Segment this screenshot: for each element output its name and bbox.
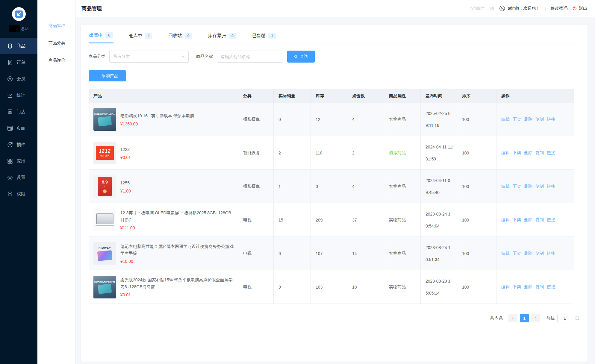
category-select[interactable]: 所有分类 [109,51,189,63]
submenu-item-1[interactable]: 商品分类 [37,34,75,52]
sidebar-item-members[interactable]: 会员 [0,71,37,87]
welcome-text: admin，欢迎您！ [508,6,540,11]
row-action-2[interactable]: 删除 [524,284,532,290]
plus-icon: + [96,73,99,78]
next-page-button[interactable] [531,314,540,322]
column-header-7: 排序 [457,89,496,103]
row-action-3[interactable]: 复制 [535,117,544,122]
row-action-4[interactable]: 链接 [547,150,555,156]
orders-icon [7,59,13,66]
tab-1[interactable]: 仓库中1 [128,30,153,43]
sidebar-item-stores[interactable]: 门店 [0,104,37,120]
add-product-button[interactable]: + 添加产品 [89,70,126,81]
row-action-1[interactable]: 下架 [513,150,521,156]
sidebar-item-stats[interactable]: 统计 [0,87,37,104]
tab-0[interactable]: 出售中6 [89,30,113,43]
table-body: HUAIWEN Pad Pro暗影精灵10 16.1英寸游戏本 笔记本电脑¥13… [89,103,574,304]
search-button[interactable]: 查询 [287,51,315,63]
row-action-1[interactable]: 下架 [513,284,521,290]
members-icon [7,76,13,82]
stock-cell: 107 [311,237,347,270]
submenu-item-2[interactable]: 商品评价 [37,52,75,69]
row-action-3[interactable]: 复制 [535,284,544,290]
row-action-1[interactable]: 下架 [513,217,521,223]
logout-button[interactable]: 退出 [572,6,587,11]
row-action-4[interactable]: 链接 [547,184,555,189]
page-number-current[interactable]: 1 [520,314,529,322]
goto-page-input[interactable] [557,314,572,322]
row-action-3[interactable]: 复制 [535,184,544,189]
change-password-link[interactable]: 修改密码 [551,6,567,11]
row-action-3[interactable]: 复制 [535,150,544,156]
row-action-2[interactable]: 删除 [524,184,532,189]
sales-cell: 1 [274,170,311,203]
primary-nav: 商品订单会员统计门店页面插件应用设置权限 [0,38,37,202]
attribute-badge: 虚拟商品 [389,150,406,156]
sidebar-item-label: 会员 [16,76,25,82]
row-action-4[interactable]: 链接 [547,117,555,122]
logo-circle [12,7,26,21]
column-header-2: 实际销量 [274,89,311,103]
attribute-cell: 虚拟商品 [384,136,421,169]
table-row: HIUWEY笔记本电脑高性能金属轻薄本网课学习设计便携商务办公游戏学生手提¥10… [89,237,574,270]
row-action-0[interactable]: 编辑 [501,284,510,290]
row-action-0[interactable]: 编辑 [501,251,510,256]
publish-time: 0:51:34 [426,257,440,262]
sales-cell: 9 [274,270,311,304]
product-price: ¥1360.00 [120,122,194,126]
attribute-cell: 实物商品 [384,237,421,270]
prev-page-button[interactable] [508,314,517,322]
sidebar-item-orders[interactable]: 订单 [0,54,37,71]
row-action-0[interactable]: 编辑 [501,117,510,122]
top-header: 商品管理 当前版本：4.9 admin，欢迎您！ | 修改密码 退出 [75,0,595,17]
row-action-0[interactable]: 编辑 [501,184,510,189]
actions-cell: 编辑下架删除复制链接 [496,203,574,236]
row-action-2[interactable]: 删除 [524,117,532,122]
actions-cell: 编辑下架删除复制链接 [496,170,574,203]
sidebar-item-plugins[interactable]: 插件 [0,136,37,153]
sidebar-item-products[interactable]: 商品 [0,38,37,54]
name-filter-label: 商品名称 [196,54,213,59]
row-action-0[interactable]: 编辑 [501,217,510,223]
column-header-4: 点击数 [347,89,384,103]
attribute-cell: 实物商品 [384,203,421,236]
pagination: 共 6 条 1 前往 页 [89,314,580,322]
row-action-3[interactable]: 复制 [535,251,544,256]
row-action-1[interactable]: 下架 [513,251,521,256]
column-header-8: 操作 [496,89,574,103]
row-action-4[interactable]: 链接 [547,217,555,223]
row-action-2[interactable]: 删除 [524,150,532,156]
sidebar-item-label: 门店 [16,109,25,115]
sidebar-item-apps[interactable]: 应用 [0,153,37,169]
store-selector[interactable]: 总店 [0,21,37,38]
stats-icon [7,92,13,98]
row-action-1[interactable]: 下架 [513,117,521,122]
tab-count-badge: 1 [145,33,152,39]
product-name-input[interactable] [217,51,283,63]
row-action-4[interactable]: 链接 [547,284,555,290]
sort-cell: 100 [457,136,496,169]
content-card: 出售中6仓库中1回收站0库存紧张0已售罄1 商品分类 所有分类 商品名称 查询 … [81,25,588,362]
submenu-item-0[interactable]: 商品管理 [37,17,75,34]
sidebar-item-permissions[interactable]: 权限 [0,186,37,202]
clicks-cell: 4 [347,170,384,203]
sidebar-item-pages[interactable]: 页面 [0,120,37,136]
tab-2[interactable]: 回收站0 [168,30,193,43]
row-action-2[interactable]: 删除 [524,217,532,223]
sidebar-item-settings[interactable]: 设置 [0,169,37,186]
category-select-value: 所有分类 [113,54,130,59]
attribute-badge: 实物商品 [389,217,406,223]
tab-count-badge: 6 [105,32,113,38]
row-action-3[interactable]: 复制 [535,217,544,223]
apps-icon [7,158,13,164]
user-avatar-icon [499,5,505,12]
user-menu[interactable]: admin，欢迎您！ [499,5,540,12]
row-action-4[interactable]: 链接 [547,251,555,256]
tab-4[interactable]: 已售罄1 [252,30,276,43]
row-action-2[interactable]: 删除 [524,251,532,256]
store-logo [9,25,20,32]
tab-count-badge: 0 [229,33,236,39]
tab-3[interactable]: 库存紧张0 [208,30,237,43]
row-action-1[interactable]: 下架 [513,184,521,189]
row-action-0[interactable]: 编辑 [501,150,510,156]
